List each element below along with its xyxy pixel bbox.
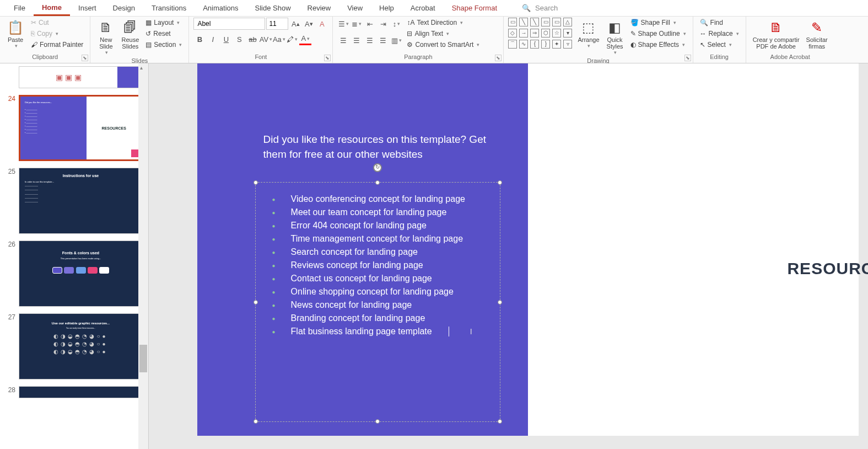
thumbnail-25[interactable]: 25 Instructions for use In order to use …: [6, 168, 143, 234]
shape-outline-button[interactable]: ✎Shape Outline▾: [628, 29, 688, 39]
strike-button[interactable]: ab: [246, 33, 258, 45]
reset-button[interactable]: ↺Reset: [143, 29, 184, 39]
bullet-text-box[interactable]: Video conferencing concept for landing p…: [255, 182, 500, 422]
clear-format-button[interactable]: A: [316, 18, 328, 30]
new-slide-button[interactable]: 🗎 New Slide▾: [95, 18, 117, 57]
bullet-item[interactable]: Flat business landing page templateI: [272, 325, 483, 338]
bullet-item[interactable]: Time management concept for landing page: [272, 232, 483, 245]
highlight-button[interactable]: 🖍▾: [286, 33, 298, 45]
bullet-item[interactable]: News concept for landing page: [272, 298, 483, 312]
tab-shape-format[interactable]: Shape Format: [444, 1, 505, 15]
font-size-input[interactable]: [266, 18, 288, 30]
tab-transitions[interactable]: Transitions: [143, 1, 195, 15]
indent-button[interactable]: ⇥: [377, 18, 389, 30]
section-button[interactable]: ▤Section▾: [143, 40, 184, 50]
drawing-launcher[interactable]: ⬊: [684, 55, 691, 61]
line-spacing-button[interactable]: ↕▾: [390, 18, 402, 30]
text-direction-button[interactable]: ↕AText Direction▾: [405, 18, 482, 28]
paragraph-launcher[interactable]: ⬊: [495, 55, 502, 61]
tab-insert[interactable]: Insert: [70, 1, 105, 15]
thumbnail-28[interactable]: 28: [6, 386, 143, 398]
tab-acrobat[interactable]: Acrobat: [402, 1, 444, 15]
adobe-pdf-icon: 🗎: [769, 20, 783, 35]
align-text-button[interactable]: ⊟Align Text▾: [405, 29, 482, 39]
cut-button[interactable]: ✂Cut: [29, 18, 85, 28]
tab-file[interactable]: File: [6, 1, 34, 15]
replace-button[interactable]: ↔Replace▾: [698, 29, 741, 39]
bullet-item[interactable]: Video conferencing concept for landing p…: [272, 193, 483, 206]
resize-handle-tm[interactable]: [375, 180, 380, 185]
layout-button[interactable]: ▦Layout▾: [143, 18, 184, 28]
align-left-button[interactable]: ☰: [337, 34, 349, 46]
bullet-item[interactable]: Branding concept for landing page: [272, 312, 483, 325]
bullet-item[interactable]: Meet our team concept for landing page: [272, 206, 483, 219]
outdent-button[interactable]: ⇤: [364, 18, 376, 30]
shape-gallery[interactable]: ▭╲╲▭▭△ ◇→⇒⬡☆▾ ⌒∿{}✦▿: [508, 18, 573, 50]
resize-handle-mr[interactable]: [498, 300, 502, 304]
arrange-button[interactable]: ⬚ Arrange▾: [575, 18, 601, 51]
font-color-button[interactable]: A▾: [299, 33, 311, 45]
tab-view[interactable]: View: [339, 1, 371, 15]
thumbnail-panel[interactable]: ▣ ▣ ▣ 24 Did you like the resources... •…: [0, 63, 149, 449]
tab-home[interactable]: Home: [34, 1, 70, 16]
bold-button[interactable]: B: [193, 33, 206, 45]
bullets-button[interactable]: ☰▾: [337, 18, 349, 30]
resize-handle-bm[interactable]: [375, 419, 380, 424]
select-button[interactable]: ↖Select▾: [698, 40, 741, 50]
bullet-item[interactable]: Online shopping concept for landing page: [272, 285, 483, 298]
scrollbar-handle[interactable]: [139, 345, 147, 372]
resize-handle-ml[interactable]: [254, 300, 258, 304]
numbering-button[interactable]: ≣▾: [351, 18, 363, 30]
justify-button[interactable]: ☰: [377, 34, 389, 46]
shadow-button[interactable]: S: [233, 33, 245, 45]
tab-help[interactable]: Help: [371, 1, 402, 15]
thumbnail-scrollbar[interactable]: ▴: [138, 63, 148, 449]
align-right-button[interactable]: ☰: [364, 34, 376, 46]
tab-design[interactable]: Design: [105, 1, 143, 15]
resize-handle-tr[interactable]: [498, 180, 502, 185]
spacing-button[interactable]: AV▾: [260, 33, 272, 45]
shape-effects-button[interactable]: ◐Shape Effects▾: [628, 40, 688, 50]
rotate-handle[interactable]: [373, 163, 382, 172]
resize-handle-br[interactable]: [498, 419, 502, 424]
resize-handle-bl[interactable]: [254, 419, 258, 424]
font-launcher[interactable]: ⬊: [324, 55, 331, 61]
resize-handle-tl[interactable]: [254, 180, 258, 185]
tab-slideshow[interactable]: Slide Show: [246, 1, 299, 15]
slide-canvas-area[interactable]: Did you like the resources on this templ…: [149, 63, 868, 449]
reuse-slides-button[interactable]: 🗐 Reuse Slides: [119, 18, 141, 52]
bullet-item[interactable]: Search concept for landing page: [272, 245, 483, 259]
search-box[interactable]: 🔍 Search: [522, 4, 558, 12]
adobe-sign-button[interactable]: ✎ Solicitar firmas: [804, 18, 830, 52]
quick-styles-button[interactable]: ◧ Quick Styles▾: [604, 18, 626, 57]
paste-button[interactable]: 📋 Paste ▾: [4, 18, 26, 51]
shape-fill-button[interactable]: 🪣Shape Fill▾: [628, 18, 688, 28]
bullet-item[interactable]: Error 404 concept for landing page: [272, 219, 483, 232]
ribbon-tabs: File Home Insert Design Transitions Anim…: [0, 0, 868, 17]
align-center-button[interactable]: ☰: [351, 34, 363, 46]
underline-button[interactable]: U: [220, 33, 232, 45]
columns-button[interactable]: ▥▾: [390, 34, 402, 46]
case-button[interactable]: Aa▾: [273, 33, 285, 45]
thumbnail-24[interactable]: 24 Did you like the resources... • —————…: [6, 95, 143, 161]
thumbnail-26[interactable]: 26 Fonts & colors used This presentation…: [6, 240, 143, 307]
increase-font-button[interactable]: A▴: [289, 18, 301, 30]
tab-review[interactable]: Review: [299, 1, 339, 15]
group-label-clipboard: Clipboard: [4, 54, 85, 62]
bullet-item[interactable]: Contact us concept for landing page: [272, 272, 483, 285]
format-painter-button[interactable]: 🖌Format Painter: [29, 40, 85, 50]
tab-animations[interactable]: Animations: [195, 1, 246, 15]
find-button[interactable]: 🔍Find: [698, 18, 741, 28]
convert-smartart-button[interactable]: ⚙Convert to SmartArt▾: [405, 40, 482, 50]
adobe-create-share-button[interactable]: 🗎 Crear y compartir PDF de Adobe: [751, 18, 802, 52]
bullet-list[interactable]: Video conferencing concept for landing p…: [272, 193, 483, 338]
thumbnail-27[interactable]: 27 Use our editable graphic resources...…: [6, 313, 143, 379]
cut-icon: ✂: [31, 19, 36, 26]
decrease-font-button[interactable]: A▾: [303, 18, 315, 30]
bullet-item[interactable]: Reviews concept for landing page: [272, 259, 483, 272]
italic-button[interactable]: I: [207, 33, 219, 45]
copy-button[interactable]: ⎘Copy▾: [29, 29, 85, 39]
clipboard-launcher[interactable]: ⬊: [82, 55, 88, 61]
thumbnail-23[interactable]: ▣ ▣ ▣: [6, 66, 143, 88]
font-name-input[interactable]: [193, 18, 265, 30]
